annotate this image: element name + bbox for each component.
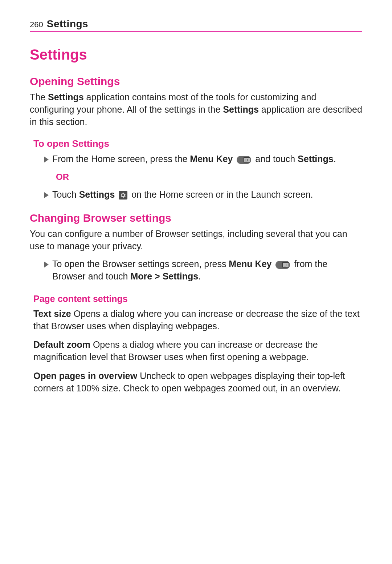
manual-page: 260 Settings Settings Opening Settings T… <box>0 0 392 430</box>
step-open-browser-settings: To open the Browser settings screen, pre… <box>44 258 362 283</box>
section-browser-settings: Changing Browser settings <box>30 212 362 224</box>
or-separator: OR <box>56 172 362 182</box>
browser-intro: You can configure a number of Browser se… <box>30 228 362 253</box>
bullet-icon <box>44 157 49 162</box>
step-from-home: From the Home screen, press the Menu Key… <box>44 153 362 165</box>
opening-intro: The Settings application contains most o… <box>30 91 362 128</box>
header-title: Settings <box>47 18 88 30</box>
page-number: 260 <box>30 20 43 29</box>
setting-text-size: Text size Opens a dialog where you can i… <box>33 308 362 333</box>
settings-app-icon <box>119 191 127 200</box>
page-header: 260 Settings <box>30 18 362 32</box>
setting-open-pages-overview: Open pages in overview Uncheck to open w… <box>33 370 362 395</box>
subsection-to-open-settings: To open Settings <box>33 138 362 149</box>
setting-default-zoom: Default zoom Opens a dialog where you ca… <box>33 339 362 363</box>
menu-key-icon <box>237 156 251 164</box>
subsection-page-content: Page content settings <box>33 294 362 304</box>
bullet-icon <box>44 192 49 198</box>
page-title: Settings <box>30 47 362 63</box>
bullet-icon <box>44 262 49 267</box>
section-opening-settings: Opening Settings <box>30 75 362 88</box>
menu-key-icon <box>275 261 290 269</box>
step-touch-settings: Touch Settings on the Home screen or in … <box>44 189 362 201</box>
